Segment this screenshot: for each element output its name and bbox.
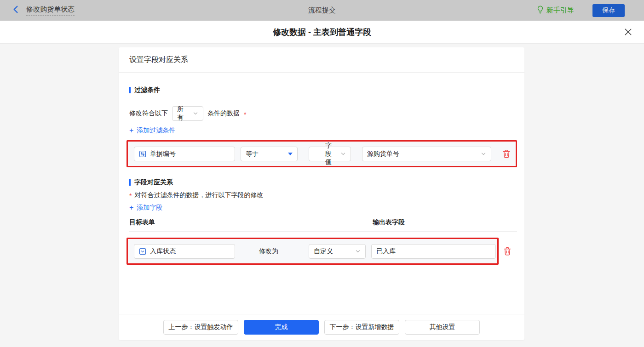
column-header-output: 输出表字段: [373, 218, 405, 227]
close-icon[interactable]: [624, 28, 632, 36]
filter-match-row: 修改符合以下 所有 条件的数据 *: [129, 105, 246, 122]
filter-operator-select[interactable]: 等于: [241, 147, 298, 161]
filter-value-field-select[interactable]: 源购货单号: [362, 147, 491, 161]
filter-field-input[interactable]: 单据编号: [134, 147, 235, 161]
modal-title: 修改数据 - 主表到普通字段: [273, 27, 371, 38]
lightbulb-icon: [537, 6, 544, 15]
custom-value-input[interactable]: 已入库: [371, 244, 496, 259]
match-suffix-label: 条件的数据: [207, 109, 240, 118]
mapping-description: * 对符合过滤条件的数据，进行以下字段的修改: [129, 191, 263, 199]
caret-down-icon: [288, 153, 293, 155]
column-divider: [129, 231, 517, 232]
add-field-link[interactable]: + 添加字段: [129, 204, 162, 212]
chevron-down-icon: [355, 249, 361, 254]
other-settings-button[interactable]: 其他设置: [405, 320, 480, 335]
save-button[interactable]: 保存: [592, 4, 625, 17]
chevron-down-icon: [481, 151, 486, 157]
field-mapping-panel: 设置字段对应关系 过滤条件 修改符合以下 所有 条件的数据 * + 添加过滤条件: [119, 47, 524, 340]
chevron-down-icon: [340, 151, 346, 157]
target-field-input[interactable]: 入库状态: [134, 244, 235, 259]
match-scope-select[interactable]: 所有: [172, 106, 203, 121]
section-bar: [129, 179, 131, 186]
panel-header: 设置字段对应关系: [119, 47, 524, 73]
modal-header: 修改数据 - 主表到普通字段: [0, 21, 644, 44]
section-bar: [129, 87, 131, 93]
footer-divider: [119, 314, 524, 314]
column-header-target: 目标表单: [129, 218, 155, 227]
beginner-guide-label: 新手引导: [546, 6, 574, 15]
serial-number-field-icon: [139, 150, 146, 158]
prev-step-button[interactable]: 上一步：设置触发动作: [163, 320, 238, 335]
top-bar: 修改购货单状态 流程提交 新手引导 保存: [0, 0, 644, 21]
required-mark: *: [129, 192, 132, 199]
plus-icon: +: [129, 205, 133, 211]
beginner-guide-link[interactable]: 新手引导: [537, 6, 574, 15]
plus-icon: +: [129, 127, 133, 134]
mapping-row: 入库状态 修改为 自定义 已入库: [126, 238, 499, 265]
match-prefix-label: 修改符合以下: [129, 109, 168, 118]
delete-mapping-row-icon[interactable]: [503, 247, 512, 256]
dropdown-field-icon: [139, 248, 146, 255]
modify-to-label: 修改为: [259, 247, 278, 256]
footer-buttons: 上一步：设置触发动作 完成 下一步：设置新增数据 其他设置: [119, 320, 524, 335]
chevron-down-icon: [193, 111, 198, 116]
screen: 修改购货单状态 流程提交 新手引导 保存 修改数据 - 主表到普通字段 设置字段…: [0, 0, 644, 347]
value-type-select[interactable]: 自定义: [309, 244, 366, 259]
filter-value-type-select[interactable]: 字段值: [309, 147, 351, 161]
delete-filter-row-icon[interactable]: [502, 149, 511, 158]
mapping-row-wrap: 入库状态 修改为 自定义 已入库: [126, 238, 512, 265]
done-button[interactable]: 完成: [244, 320, 319, 335]
filter-condition-row: 单据编号 等于 字段值 源购货单号: [126, 140, 517, 167]
required-mark: *: [244, 111, 246, 118]
filter-section-title: 过滤条件: [129, 86, 160, 94]
mapping-section-title: 字段对应关系: [129, 178, 173, 187]
add-filter-condition-link[interactable]: + 添加过滤条件: [129, 126, 175, 135]
next-step-button[interactable]: 下一步：设置新增数据: [324, 320, 399, 335]
